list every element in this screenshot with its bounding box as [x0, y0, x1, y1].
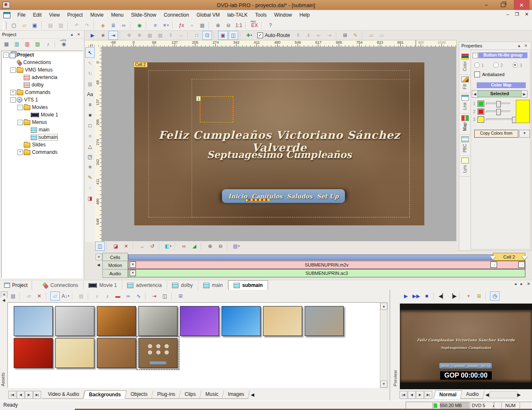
playlist-button[interactable]: ≡: [150, 21, 160, 30]
group-buttons-button[interactable]: ✥: [124, 31, 134, 40]
add-sound-button[interactable]: ♪: [43, 40, 53, 49]
color-chip[interactable]: [478, 116, 484, 123]
asset-bg-menu-template[interactable]: [138, 338, 177, 368]
tab-audio[interactable]: Audio: [461, 390, 485, 399]
map-editor-button[interactable]: ⊞: [340, 31, 350, 40]
hscroll-left-button[interactable]: ◀: [485, 392, 489, 398]
warp-tool[interactable]: ▦: [85, 79, 95, 89]
mdi-close-button[interactable]: ✕: [525, 12, 529, 17]
document-icon[interactable]: [3, 12, 10, 18]
scroll-down-button[interactable]: ▼: [380, 380, 387, 388]
tree-item-vmg-menus[interactable]: - VMG Menus: [2, 66, 82, 74]
state-selector[interactable]: Selected: [478, 90, 522, 97]
tab-link[interactable]: Link: [459, 93, 470, 114]
space-vertical-button[interactable]: ⇕: [166, 31, 175, 40]
extract-audio-button[interactable]: ♪: [92, 291, 102, 301]
snap-button[interactable]: ⊡: [202, 31, 212, 40]
actual-size-button[interactable]: 1:1: [234, 21, 244, 30]
tree-expand-icon[interactable]: -: [17, 120, 23, 125]
cell-display-button[interactable]: ◧: [163, 242, 173, 251]
tab-scroll-button[interactable]: |◀: [399, 391, 407, 399]
preview-stop-button[interactable]: ■: [98, 31, 108, 40]
effect-tool[interactable]: ✳: [85, 162, 95, 172]
audio-clip[interactable]: SUBMENUPRIN.ac3: [128, 269, 525, 277]
d-fx-button[interactable]: »: [187, 21, 197, 30]
tab-images[interactable]: Images: [222, 390, 250, 399]
ellipse-tool[interactable]: ○: [85, 131, 95, 141]
close-timeline-button[interactable]: ✕: [96, 254, 102, 260]
align-top-button[interactable]: ⇞: [293, 31, 303, 40]
help-button[interactable]: ?: [266, 21, 275, 30]
tab-movie-1[interactable]: Movie 1: [84, 281, 122, 290]
tree-expand-icon[interactable]: -: [10, 97, 16, 103]
preview-glasses-button[interactable]: ∞: [123, 291, 133, 301]
filled-rectangle-tool[interactable]: ■: [85, 110, 95, 120]
asset-bg-glass-texture[interactable]: [55, 306, 94, 336]
asset-bg-blue-streaks[interactable]: [222, 306, 261, 336]
tab-main[interactable]: main: [198, 281, 228, 290]
close-button[interactable]: ✕: [514, 0, 530, 10]
collapse-timeline-icon[interactable]: ◀: [96, 262, 101, 268]
next-frame-button[interactable]: ▕▶: [448, 291, 458, 301]
tree-item-main[interactable]: main: [2, 126, 82, 133]
center-object-button[interactable]: ✚: [244, 31, 254, 40]
cell-marker-icon[interactable]: [490, 256, 496, 260]
tree-expand-icon[interactable]: -: [3, 52, 9, 58]
tree-item-connections[interactable]: Connections: [2, 59, 82, 66]
copy-motion-button[interactable]: ▤: [232, 242, 241, 251]
capture-button[interactable]: ◫: [160, 291, 170, 301]
tree-item-movie-1[interactable]: Movie 1: [2, 111, 82, 119]
asset-bg-grunge-board[interactable]: [305, 306, 344, 336]
add-movie-button[interactable]: ▦: [2, 40, 11, 49]
menu-nav-bar[interactable]: InicioCapítulosSaludosSet Up: [222, 189, 345, 203]
hscroll-track[interactable]: [489, 391, 517, 398]
align-right-button[interactable]: ⇥: [325, 31, 334, 40]
tab-scroll-button[interactable]: ▶|: [424, 391, 432, 399]
fx-button[interactable]: ƒx: [177, 21, 186, 30]
move-cell-button[interactable]: →: [137, 242, 147, 251]
close-document-button[interactable]: ✕: [527, 282, 530, 286]
forced-selection-button[interactable]: ◢: [190, 242, 199, 251]
add-cell-button[interactable]: ◪: [111, 242, 121, 251]
preview-asset-button[interactable]: ▤: [8, 291, 18, 301]
align-bottom-button[interactable]: ⇟: [304, 31, 313, 40]
menubar-item[interactable]: Global VM: [193, 10, 224, 20]
add-cell-button[interactable]: ⊞: [474, 291, 484, 301]
extend-motion-icon[interactable]: →: [518, 262, 525, 268]
tree-item-project[interactable]: - Project: [2, 51, 82, 59]
order-down-button[interactable]: ▦: [155, 31, 165, 40]
paste-button[interactable]: ▥: [56, 21, 66, 30]
cell-2-block[interactable]: Cell 2: [493, 253, 525, 261]
paragraph-text-tool[interactable]: ≡: [85, 99, 95, 110]
asset-bg-purple-abstract[interactable]: [180, 306, 219, 336]
grid-button[interactable]: ∷: [192, 31, 202, 40]
bitrate-viewer-button[interactable]: ∿: [134, 291, 143, 301]
menubar-item[interactable]: Project: [64, 10, 86, 20]
open-project-button[interactable]: ▱: [20, 21, 29, 30]
audio-track-label[interactable]: Audio: [102, 269, 128, 278]
close-assets-button[interactable]: ✕: [1, 291, 7, 298]
active-color-swatch[interactable]: [516, 100, 530, 123]
tab-clips[interactable]: Clips: [179, 390, 202, 399]
delete-cell-button[interactable]: ✕: [121, 242, 131, 251]
ungroup-buttons-button[interactable]: ✥: [135, 31, 144, 40]
copy-colors-dropdown[interactable]: ▼: [519, 130, 530, 138]
tab-color[interactable]: Color: [459, 52, 470, 75]
motion-menu-button[interactable]: ◫: [95, 242, 105, 251]
hidden-button-tool[interactable]: ◌: [85, 183, 95, 193]
menubar-item[interactable]: Slide-Show: [127, 10, 160, 20]
menubar-item[interactable]: Window: [271, 10, 296, 20]
connections-button[interactable]: ◈: [98, 21, 108, 30]
cell-marker-icon[interactable]: [522, 256, 527, 260]
sort-button[interactable]: A↓: [61, 291, 70, 301]
node-edit-tool[interactable]: ↖: [85, 58, 95, 68]
copy-colors-button[interactable]: Copy Colors from: [474, 130, 518, 138]
redo-button[interactable]: ↷: [82, 21, 92, 30]
tab-scroll-button[interactable]: ◀: [408, 391, 416, 399]
polygon-tool[interactable]: △: [85, 141, 95, 151]
collapse-assets-icon[interactable]: ◀: [1, 297, 7, 303]
add-slideshow-button[interactable]: ▨: [33, 40, 42, 49]
check-disc-button[interactable]: ◉: [135, 21, 144, 30]
asset-bg-red-fabric[interactable]: [14, 338, 53, 368]
tab-scroll-button[interactable]: |◀: [8, 391, 16, 399]
